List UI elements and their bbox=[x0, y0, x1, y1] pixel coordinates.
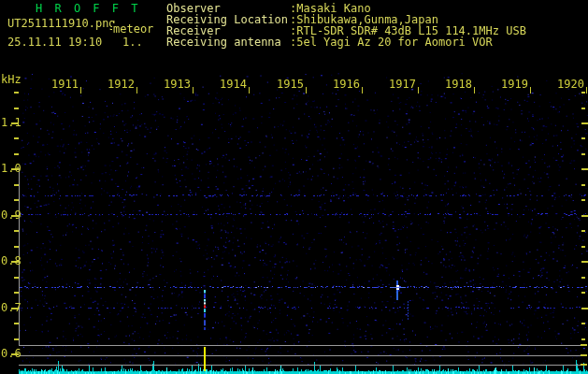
y-axis-tick-right bbox=[581, 153, 585, 155]
y-axis-tick-right bbox=[581, 277, 585, 279]
y-axis-tick-right bbox=[581, 199, 585, 201]
x-axis-label: 1916 bbox=[330, 79, 360, 90]
x-axis-label: 1915 bbox=[274, 79, 304, 90]
y-axis-tick-right bbox=[581, 308, 588, 309]
y-axis-tick-right bbox=[581, 230, 585, 232]
x-axis-tick bbox=[136, 87, 137, 94]
y-axis-tick-left bbox=[14, 277, 19, 279]
filename-text: UT2511111910.png bbox=[7, 18, 116, 29]
y-axis-tick-left bbox=[14, 292, 19, 294]
y-axis-tick-left bbox=[14, 137, 19, 139]
y-axis-label: 0.7 bbox=[1, 302, 22, 313]
y-axis-tick-right bbox=[581, 122, 588, 124]
y-axis-tick-right bbox=[581, 323, 585, 324]
x-axis-label: 1918 bbox=[442, 79, 472, 90]
y-axis-tick-right bbox=[581, 184, 585, 186]
x-axis-tick bbox=[362, 87, 363, 94]
x-axis-label: 1914 bbox=[217, 79, 247, 90]
mode-label: meteor bbox=[112, 23, 154, 35]
receiving-antenna-label: Receiving antenna bbox=[166, 36, 281, 48]
x-axis-tick bbox=[474, 87, 475, 94]
y-axis-tick-right bbox=[581, 215, 588, 217]
y-axis-tick-left bbox=[14, 184, 19, 186]
datetime-text: 25.11.11 19:10 bbox=[7, 36, 102, 48]
y-axis-label: 0.8 bbox=[1, 255, 22, 266]
y-axis-tick-left bbox=[14, 153, 19, 155]
y-axis-tick-left bbox=[14, 108, 19, 109]
y-axis-label: 1.0 bbox=[1, 163, 22, 174]
x-axis-label: 1919 bbox=[498, 79, 528, 90]
strip-line-bottom bbox=[19, 365, 581, 366]
y-axis-label: 0.9 bbox=[1, 209, 22, 221]
strip-right-tick-bottom bbox=[581, 364, 587, 366]
x-axis-tick bbox=[530, 87, 531, 94]
y-axis-tick-right bbox=[581, 292, 585, 294]
hrofft-screen: H R O F F T UT2511111910.png meteor 25.1… bbox=[0, 0, 588, 374]
strip-right-tick-top bbox=[581, 344, 587, 346]
y-axis-tick-right bbox=[581, 108, 585, 109]
x-axis-tick bbox=[306, 87, 307, 94]
spectrogram-canvas bbox=[0, 0, 588, 374]
y-axis-tick-left bbox=[14, 323, 19, 324]
strip-line-middle bbox=[19, 355, 581, 356]
y-axis-tick-left bbox=[14, 338, 19, 340]
y-axis-tick-right bbox=[581, 168, 588, 170]
y-axis-tick-right bbox=[581, 261, 588, 263]
x-axis-label: 1913 bbox=[161, 79, 191, 90]
x-axis-tick bbox=[586, 87, 587, 94]
y-axis-label: 0.6 bbox=[1, 348, 22, 359]
strip-right-tick-middle bbox=[581, 354, 587, 356]
app-title: H R O F F T bbox=[36, 3, 140, 14]
y-axis-tick-left bbox=[14, 246, 19, 248]
y-axis-unit: kHz bbox=[1, 74, 22, 85]
x-axis-tick bbox=[418, 87, 419, 94]
strip-line-top bbox=[19, 345, 581, 346]
x-axis-tick bbox=[193, 87, 194, 94]
x-axis-label: 1911 bbox=[49, 79, 79, 90]
y-axis-tick-left bbox=[14, 199, 19, 201]
x-axis-label: 1920 bbox=[554, 79, 584, 90]
event-marker-line bbox=[204, 347, 206, 371]
receiving-antenna-value: :5el Yagi Az 20 for Aomori VOR bbox=[290, 36, 493, 48]
y-axis-tick-right bbox=[581, 92, 585, 94]
y-axis-tick-right bbox=[581, 137, 585, 139]
y-axis-tick-left bbox=[14, 92, 19, 94]
x-axis-label: 1912 bbox=[105, 79, 135, 90]
y-axis-tick-right bbox=[581, 338, 585, 340]
y-axis-tick-left bbox=[14, 230, 19, 232]
x-axis-tick bbox=[80, 87, 81, 94]
x-axis-tick bbox=[249, 87, 250, 94]
counter-text: 1.. bbox=[122, 36, 143, 48]
y-axis-tick-right bbox=[581, 246, 585, 248]
x-axis-label: 1917 bbox=[386, 79, 416, 90]
y-axis-label: 1.1 bbox=[1, 117, 22, 128]
